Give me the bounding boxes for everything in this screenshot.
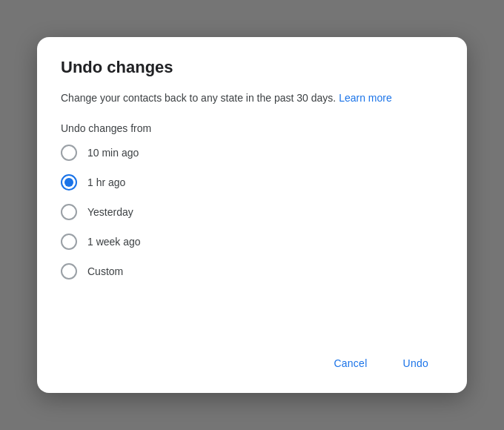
radio-item-10min[interactable]: 10 min ago — [61, 145, 443, 161]
radio-circle-1week[interactable] — [61, 234, 77, 250]
radio-circle-yesterday[interactable] — [61, 204, 77, 220]
radio-circle-custom[interactable] — [61, 263, 77, 280]
radio-circle-1hr[interactable] — [61, 174, 77, 191]
learn-more-link[interactable]: Learn more — [339, 92, 392, 104]
cancel-button[interactable]: Cancel — [319, 351, 382, 375]
radio-label-1week: 1 week ago — [87, 236, 141, 248]
dialog-description: Change your contacts back to any state i… — [61, 90, 443, 106]
radio-circle-10min[interactable] — [61, 145, 77, 161]
dialog-title: Undo changes — [61, 58, 443, 77]
radio-label-10min: 10 min ago — [87, 147, 139, 159]
radio-item-custom[interactable]: Custom — [61, 263, 443, 280]
radio-label-yesterday: Yesterday — [87, 206, 133, 218]
radio-group: 10 min ago 1 hr ago Yesterday 1 week ago… — [61, 145, 443, 297]
radio-item-1hr[interactable]: 1 hr ago — [61, 174, 443, 191]
undo-changes-dialog: Undo changes Change your contacts back t… — [37, 37, 467, 393]
radio-item-1week[interactable]: 1 week ago — [61, 234, 443, 250]
section-label: Undo changes from — [61, 122, 443, 134]
description-text: Change your contacts back to any state i… — [61, 92, 336, 104]
radio-label-custom: Custom — [87, 265, 123, 277]
undo-button[interactable]: Undo — [388, 351, 443, 375]
radio-item-yesterday[interactable]: Yesterday — [61, 204, 443, 220]
dialog-footer: Cancel Undo — [61, 340, 443, 375]
radio-label-1hr: 1 hr ago — [87, 176, 125, 188]
